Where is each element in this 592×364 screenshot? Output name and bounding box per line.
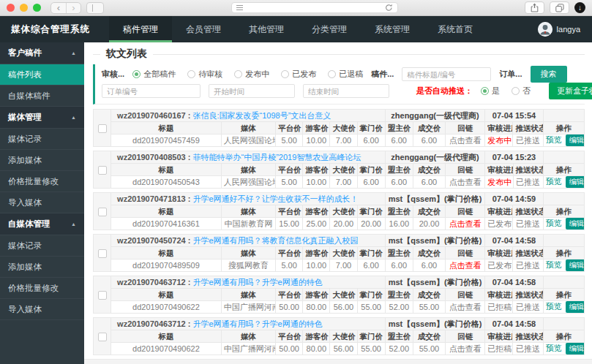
edit-button[interactable]: 编辑 [566,218,585,230]
sidebar-item[interactable]: 价格批量修改 [0,171,84,192]
download-icon[interactable]: ↓ [574,2,585,13]
nav-menu: 稿件管理会员管理其他管理分类管理系统管理系统首页 [109,16,487,42]
column-header: 掌门价 [357,247,385,259]
row-checkbox[interactable] [98,166,107,175]
view-link[interactable]: 点击查看 [446,301,485,314]
sidebar-item[interactable]: 添加媒体 [0,150,84,171]
article-title-input[interactable] [402,67,491,81]
article-title-link[interactable]: 升学e网通有用吗？升学e网通的特色 [192,278,322,287]
push-status: 已推送 [513,259,543,272]
sidebar-toggle-icon[interactable] [86,2,104,14]
edit-button[interactable]: 编辑 [566,176,585,188]
sidebar-item[interactable]: 稿件列表 [0,64,84,86]
update-box-status-button[interactable]: 更新盒子状态 [549,83,592,99]
article-header: wz2019070460167 : 张信良:国家发改委“1098号”文出台意义 [111,110,386,122]
preview-link[interactable]: 预览 [546,302,562,311]
forward-icon[interactable]: › [66,3,80,13]
preview-link[interactable]: 预览 [546,219,562,227]
share-icon[interactable] [525,1,544,14]
main-content: 软文列表 审核... 全部稿件待审核发布中已发布已退稿 稿件... 订单... … [84,42,592,364]
review-status-radio[interactable]: 已退稿 [328,69,363,80]
header-op-cell [543,151,584,164]
order-id: wz2019070408503 : [117,153,192,162]
column-header: 盟主价 [385,330,413,343]
user-menu[interactable]: langya [538,16,592,42]
view-link[interactable]: 点击查看 [446,176,485,189]
review-status-radio[interactable]: 发布中 [234,69,269,80]
row-checkbox[interactable] [98,208,107,216]
end-time-input[interactable] [303,84,389,98]
article-title-link[interactable]: 升学e网通好不好？让学生收获不一样的成长！ [192,194,358,203]
article-title-link[interactable]: 菲特能特举办“中国丹棱”2019智慧农业高峰论坛 [192,153,361,162]
view-link[interactable]: 点击查看 [446,343,485,355]
nav-item[interactable]: 系统管理 [361,16,424,42]
sidebar-item[interactable]: 导入媒体 [0,299,84,320]
row-checkbox[interactable] [98,249,107,258]
article-group: wz2019070471813 : 升学e网通好不好？让学生收获不一样的成长！m… [93,192,585,230]
sidebar-item[interactable]: 价格批量修改 [0,278,84,299]
sidebar-section-header[interactable]: 客户稿件▲ [0,42,84,64]
row-checkbox[interactable] [98,291,107,300]
view-link[interactable]: 点击查看 [446,259,485,272]
sidebar-section-header[interactable]: 自媒体管理▲ [0,213,84,235]
article-title-link[interactable]: 升学e网通有用吗？将教育信息化真正融入校园 [192,236,358,245]
edit-button[interactable]: 编辑 [566,259,585,271]
column-header: 游客价 [303,122,330,134]
maximize-icon[interactable] [33,4,41,12]
preview-link[interactable]: 预览 [546,260,562,269]
preview-link[interactable]: 预览 [546,135,562,144]
start-time-input[interactable] [209,84,295,98]
push-status: 已推送 [513,343,543,355]
collapse-icon: ▲ [71,115,76,120]
column-header: 审核进度 [485,247,513,259]
address-bar[interactable] [231,2,398,13]
sidebar-item[interactable]: 媒体记录 [0,129,84,150]
column-header: 标题 [111,247,222,259]
nav-item[interactable]: 稿件管理 [109,16,172,42]
sidebar-item[interactable]: 自媒体稿件 [0,86,84,107]
row-checkbox[interactable] [98,333,107,341]
review-status-radio[interactable]: 待审核 [187,69,222,80]
back-icon[interactable]: ‹ [51,3,66,13]
edit-button[interactable]: 编辑 [566,134,585,146]
close-icon[interactable] [7,4,15,12]
reader-mode-icon[interactable] [236,5,243,10]
minimize-icon[interactable] [20,4,28,12]
nav-item[interactable]: 系统首页 [424,16,487,42]
nav-item[interactable]: 分类管理 [298,16,361,42]
column-header: 成交价 [413,289,445,301]
view-link[interactable]: 点击查看 [446,134,485,147]
radio-icon [281,70,289,78]
preview-link[interactable]: 预览 [546,177,562,186]
column-header: 盟主价 [385,247,413,259]
article-title-link[interactable]: 升学e网通有用吗？升学e网通的特色 [192,319,322,328]
price-value: 5.00 [276,176,303,189]
edit-button[interactable]: 编辑 [566,343,585,354]
nav-item[interactable]: 会员管理 [172,16,235,42]
sidebar-item[interactable]: 导入媒体 [0,192,84,213]
agent-name: zhenggang(一级代理商) [385,110,485,122]
sidebar-item[interactable]: 媒体记录 [0,235,84,257]
sidebar-item[interactable]: 添加媒体 [0,257,84,278]
review-status-radio[interactable]: 已发布 [281,69,316,80]
row-actions: 预览编辑 [543,259,584,272]
edit-button[interactable]: 编辑 [566,301,585,313]
nav-item[interactable]: 其他管理 [235,16,298,42]
auto-push-radio[interactable]: 是 [481,86,500,96]
auto-push-radio[interactable]: 否 [512,86,531,96]
row-checkbox[interactable] [98,124,107,133]
search-button[interactable]: 搜索 [531,66,567,83]
refresh-icon[interactable] [385,1,393,15]
tabs-icon[interactable] [550,1,569,14]
push-status: 已推送 [513,218,543,230]
column-header: 标题 [111,289,222,301]
submit-time: 07-04 15:23 [485,151,543,164]
order-no-input[interactable] [102,84,201,98]
article-title-link[interactable]: 张信良:国家发改委“1098号”文出台意义 [192,111,331,120]
row-actions: 预览编辑 [543,134,584,147]
review-status-radio[interactable]: 全部稿件 [132,69,176,80]
view-link[interactable]: 点击查看 [446,218,485,230]
preview-link[interactable]: 预览 [546,344,562,352]
sidebar-section-header[interactable]: 媒体管理▲ [0,107,84,129]
radio-label: 全部稿件 [143,69,176,80]
